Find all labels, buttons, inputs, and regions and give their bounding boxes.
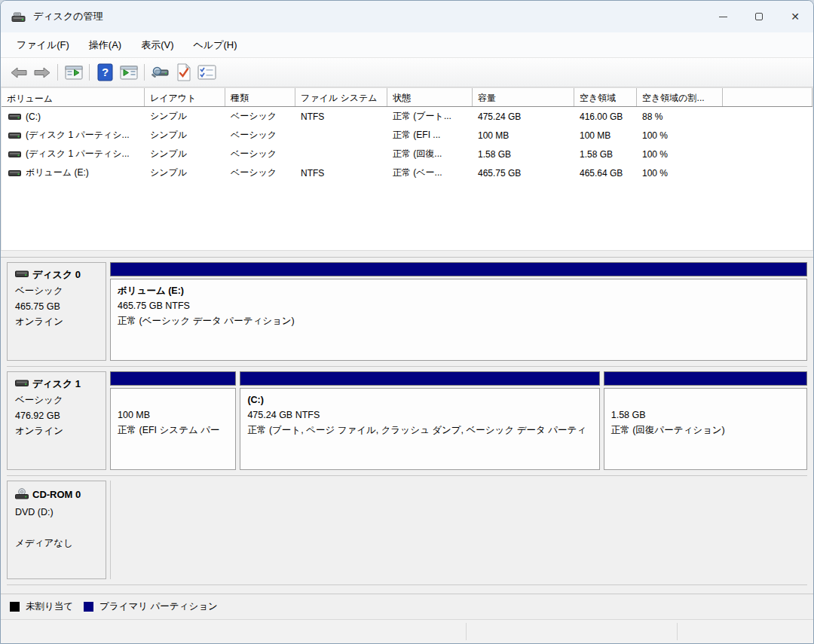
unallocated-swatch [10,602,20,612]
close-icon: ✕ [791,11,800,22]
partition-title: (C:) [247,392,592,407]
toolbar: ? [1,58,813,87]
help-button[interactable]: ? [93,62,117,83]
disk0-name: ディスク 0 [32,270,81,279]
cdrom-name: CD-ROM 0 [32,490,81,499]
checklist-icon [197,65,216,80]
partition-volume-e[interactable]: ボリューム (E:) 465.75 GB NTFS 正常 (ベーシック データ … [110,262,807,361]
menu-bar: ファイル(F) 操作(A) 表示(V) ヘルプ(H) [1,32,813,58]
volume-row-e[interactable]: ボリューム (E:) シンプル ベーシック NTFS 正常 (ベー... 465… [2,163,812,182]
disk0-size: 465.75 GB [15,302,101,312]
menu-help[interactable]: ヘルプ(H) [184,34,247,56]
partition-c[interactable]: (C:) 475.24 GB NTFS 正常 (ブート, ページ ファイル, ク… [240,371,599,470]
disk0-kind: ベーシック [15,286,101,296]
disk0-label[interactable]: ディスク 0 ベーシック 465.75 GB オンライン [7,262,106,361]
partition-detail: 1.58 GB [611,407,800,423]
check-document-icon [176,63,191,81]
volume-layout: シンプル [145,148,225,160]
menu-file[interactable]: ファイル(F) [7,34,79,56]
window-controls: ✕ [705,1,813,32]
menu-action[interactable]: 操作(A) [79,34,131,56]
show-console-tree-button[interactable] [62,62,85,83]
help-icon: ? [97,63,113,81]
check-document-button[interactable] [172,62,195,83]
primary-partition-swatch [84,602,93,612]
cdrom-status: メディアなし [15,539,101,548]
rescan-disks-button[interactable] [148,62,172,83]
maximize-icon [755,13,763,20]
svg-text:?: ? [102,66,109,78]
disk-management-app-icon [11,11,26,23]
cdrom-icon [15,488,29,501]
partition-title [118,392,228,407]
menu-view[interactable]: 表示(V) [131,34,183,56]
back-button[interactable] [7,62,30,83]
partition-title [611,392,800,407]
column-header-empty [723,88,812,106]
partition-efi[interactable]: 100 MB 正常 (EFI システム パー [110,371,236,470]
volume-row-c[interactable]: (C:) シンプル ベーシック NTFS 正常 (ブート... 475.24 G… [2,107,812,126]
volume-free-space: 100 MB [574,130,637,141]
volume-free-pct: 100 % [637,168,723,179]
show-action-pane-button[interactable] [117,62,140,83]
drive-icon [8,169,21,177]
drive-icon [8,132,21,139]
minimize-button[interactable] [705,1,741,32]
cdrom-graph-area[interactable] [110,481,807,579]
window-title: ディスクの管理 [33,10,103,23]
forward-button[interactable] [30,62,54,83]
disk0-row: ディスク 0 ベーシック 465.75 GB オンライン ボリューム (E:) … [7,262,807,367]
disk0-status: オンライン [15,317,101,327]
volume-layout: シンプル [145,166,225,179]
console-tree-icon [65,66,83,80]
partition-title: ボリューム (E:) [118,283,800,298]
toolbar-separator [144,64,145,81]
partition-recovery[interactable]: 1.58 GB 正常 (回復パーティション) [604,371,807,470]
maximize-button[interactable] [741,1,777,32]
volume-name: ボリューム (E:) [26,166,89,179]
column-header-capacity[interactable]: 容量 [473,88,574,106]
status-bar [1,619,813,643]
status-bar-divider [466,623,467,640]
toolbar-separator [89,64,90,81]
title-bar: ディスクの管理 ✕ [1,1,813,32]
volume-capacity: 100 MB [473,130,574,141]
cdrom-media: DVD (D:) [15,508,101,517]
column-header-filesystem[interactable]: ファイル システム [295,88,387,106]
volume-type: ベーシック [225,166,295,179]
volume-capacity: 465.75 GB [473,168,574,179]
drive-icon [8,151,21,158]
volume-layout: シンプル [145,110,225,123]
column-header-status[interactable]: 状態 [387,88,473,106]
volume-status: 正常 (回復... [387,148,473,160]
column-header-volume[interactable]: ボリューム [2,88,145,106]
volume-filesystem: NTFS [295,168,387,179]
disk1-status: オンライン [15,426,101,436]
partition-status: 正常 (EFI システム パー [118,423,228,438]
volume-row-efi[interactable]: (ディスク 1 パーティシ... シンプル ベーシック 正常 (EFI ... … [2,126,812,145]
volume-row-recovery[interactable]: (ディスク 1 パーティシ... シンプル ベーシック 正常 (回復... 1.… [2,145,812,163]
disk1-label[interactable]: ディスク 1 ベーシック 476.92 GB オンライン [7,371,106,470]
close-button[interactable]: ✕ [777,1,813,32]
panel-splitter[interactable] [1,250,813,258]
volume-type: ベーシック [225,110,295,123]
cdrom-label[interactable]: CD-ROM 0 DVD (D:) メディアなし [7,481,106,579]
column-header-type[interactable]: 種類 [225,88,295,106]
graphical-view: ディスク 0 ベーシック 465.75 GB オンライン ボリューム (E:) … [1,258,813,594]
partition-status: 正常 (ブート, ページ ファイル, クラッシュ ダンプ, ベーシック データ … [247,423,592,438]
column-header-free-space[interactable]: 空き領域 [574,88,637,106]
column-header-free-pct[interactable]: 空き領域の割... [637,88,723,106]
column-header-layout[interactable]: レイアウト [145,88,225,106]
volume-free-space: 416.00 GB [574,111,637,122]
disk-icon [15,270,29,279]
volume-free-pct: 100 % [637,130,723,141]
partition-detail: 475.24 GB NTFS [247,407,592,423]
volume-capacity: 1.58 GB [473,149,574,160]
checklist-button[interactable] [195,62,219,83]
partition-color-band [110,262,807,276]
disk-management-window: ディスクの管理 ✕ ファイル(F) 操作(A) 表示(V) ヘルプ(H) [0,0,814,644]
volume-type: ベーシック [225,129,295,142]
disk1-kind: ベーシック [15,395,101,405]
drive-icon [8,113,21,121]
volume-status: 正常 (ベー... [387,166,473,179]
